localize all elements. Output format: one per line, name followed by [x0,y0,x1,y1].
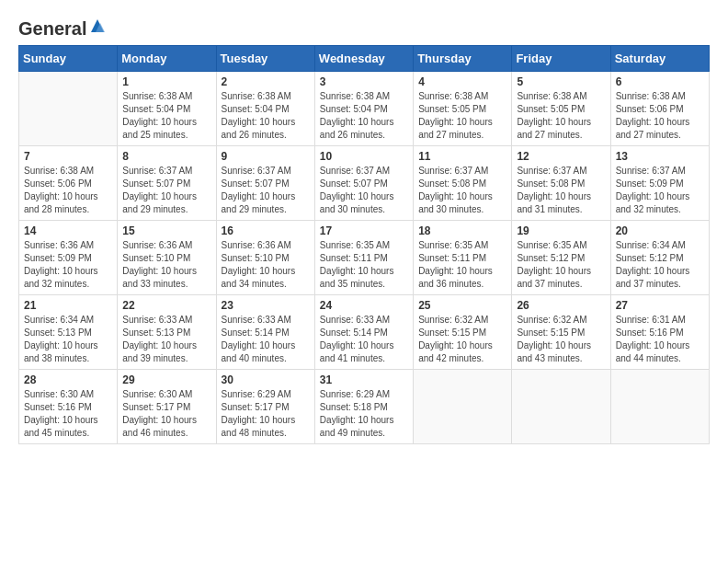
day-info: Sunrise: 6:37 AM Sunset: 5:07 PM Dayligh… [320,165,408,216]
calendar-cell: 11Sunrise: 6:37 AM Sunset: 5:08 PM Dayli… [414,146,512,221]
day-number: 12 [517,150,605,163]
day-info: Sunrise: 6:38 AM Sunset: 5:04 PM Dayligh… [222,90,310,142]
day-number: 30 [222,373,310,386]
day-number: 21 [24,299,112,312]
day-info: Sunrise: 6:35 AM Sunset: 5:12 PM Dayligh… [517,239,605,291]
page-header: General [18,18,710,36]
day-info: Sunrise: 6:38 AM Sunset: 5:05 PM Dayligh… [418,90,506,142]
calendar-cell [19,72,118,146]
day-info: Sunrise: 6:38 AM Sunset: 5:05 PM Dayligh… [517,90,605,142]
calendar-cell: 8Sunrise: 6:37 AM Sunset: 5:07 PM Daylig… [118,146,216,221]
calendar-cell [610,370,709,444]
day-header-wednesday: Wednesday [314,46,413,72]
calendar-week-5: 28Sunrise: 6:30 AM Sunset: 5:16 PM Dayli… [19,370,710,444]
day-number: 23 [222,299,310,312]
day-header-saturday: Saturday [610,46,709,72]
day-info: Sunrise: 6:37 AM Sunset: 5:07 PM Dayligh… [222,165,310,216]
day-info: Sunrise: 6:32 AM Sunset: 5:15 PM Dayligh… [418,314,506,365]
calendar-cell: 23Sunrise: 6:33 AM Sunset: 5:14 PM Dayli… [216,295,314,370]
day-number: 26 [517,299,605,312]
day-number: 27 [616,299,704,312]
day-number: 11 [418,150,506,163]
day-info: Sunrise: 6:36 AM Sunset: 5:10 PM Dayligh… [222,239,310,291]
day-info: Sunrise: 6:33 AM Sunset: 5:14 PM Dayligh… [222,314,310,365]
calendar-cell: 16Sunrise: 6:36 AM Sunset: 5:10 PM Dayli… [216,221,314,295]
day-info: Sunrise: 6:36 AM Sunset: 5:09 PM Dayligh… [24,239,112,291]
day-number: 18 [418,224,506,237]
day-info: Sunrise: 6:29 AM Sunset: 5:17 PM Dayligh… [222,388,310,440]
calendar-cell: 17Sunrise: 6:35 AM Sunset: 5:11 PM Dayli… [314,221,413,295]
day-number: 4 [418,75,506,88]
day-number: 28 [24,373,112,386]
calendar-cell: 25Sunrise: 6:32 AM Sunset: 5:15 PM Dayli… [414,295,512,370]
day-info: Sunrise: 6:33 AM Sunset: 5:14 PM Dayligh… [320,314,408,365]
calendar-cell: 7Sunrise: 6:38 AM Sunset: 5:06 PM Daylig… [19,146,118,221]
calendar-cell: 20Sunrise: 6:34 AM Sunset: 5:12 PM Dayli… [610,221,709,295]
calendar-week-3: 14Sunrise: 6:36 AM Sunset: 5:09 PM Dayli… [19,221,710,295]
day-number: 20 [616,224,704,237]
day-number: 9 [222,150,310,163]
day-number: 24 [320,299,408,312]
day-info: Sunrise: 6:33 AM Sunset: 5:13 PM Dayligh… [122,314,210,365]
day-number: 17 [320,224,408,237]
day-header-friday: Friday [512,46,610,72]
day-info: Sunrise: 6:30 AM Sunset: 5:17 PM Dayligh… [122,388,210,440]
calendar-cell: 4Sunrise: 6:38 AM Sunset: 5:05 PM Daylig… [414,72,512,146]
day-number: 6 [616,75,704,88]
logo-general: General [18,18,86,40]
day-number: 2 [222,75,310,88]
day-number: 8 [122,150,210,163]
calendar-cell: 12Sunrise: 6:37 AM Sunset: 5:08 PM Dayli… [512,146,610,221]
calendar-cell: 19Sunrise: 6:35 AM Sunset: 5:12 PM Dayli… [512,221,610,295]
calendar-cell: 27Sunrise: 6:31 AM Sunset: 5:16 PM Dayli… [610,295,709,370]
calendar-cell: 30Sunrise: 6:29 AM Sunset: 5:17 PM Dayli… [216,370,314,444]
day-info: Sunrise: 6:31 AM Sunset: 5:16 PM Dayligh… [616,314,704,365]
day-info: Sunrise: 6:38 AM Sunset: 5:04 PM Dayligh… [122,90,210,142]
calendar-week-4: 21Sunrise: 6:34 AM Sunset: 5:13 PM Dayli… [19,295,710,370]
day-info: Sunrise: 6:29 AM Sunset: 5:18 PM Dayligh… [320,388,408,440]
day-info: Sunrise: 6:38 AM Sunset: 5:06 PM Dayligh… [616,90,704,142]
day-info: Sunrise: 6:38 AM Sunset: 5:04 PM Dayligh… [320,90,408,142]
day-info: Sunrise: 6:35 AM Sunset: 5:11 PM Dayligh… [418,239,506,291]
calendar-cell: 2Sunrise: 6:38 AM Sunset: 5:04 PM Daylig… [216,72,314,146]
day-number: 15 [122,224,210,237]
day-number: 29 [122,373,210,386]
calendar-cell: 6Sunrise: 6:38 AM Sunset: 5:06 PM Daylig… [610,72,709,146]
day-number: 22 [122,299,210,312]
calendar-week-1: 1Sunrise: 6:38 AM Sunset: 5:04 PM Daylig… [19,72,710,146]
calendar-cell: 18Sunrise: 6:35 AM Sunset: 5:11 PM Dayli… [414,221,512,295]
logo: General [18,18,108,36]
day-header-tuesday: Tuesday [216,46,314,72]
calendar-cell: 31Sunrise: 6:29 AM Sunset: 5:18 PM Dayli… [314,370,413,444]
calendar-cell: 26Sunrise: 6:32 AM Sunset: 5:15 PM Dayli… [512,295,610,370]
calendar-table: SundayMondayTuesdayWednesdayThursdayFrid… [18,45,710,444]
day-number: 25 [418,299,506,312]
day-number: 10 [320,150,408,163]
day-number: 19 [517,224,605,237]
day-info: Sunrise: 6:32 AM Sunset: 5:15 PM Dayligh… [517,314,605,365]
calendar-cell: 3Sunrise: 6:38 AM Sunset: 5:04 PM Daylig… [314,72,413,146]
day-header-monday: Monday [118,46,216,72]
day-info: Sunrise: 6:37 AM Sunset: 5:09 PM Dayligh… [616,165,704,216]
calendar-header-row: SundayMondayTuesdayWednesdayThursdayFrid… [19,46,710,72]
calendar-cell: 9Sunrise: 6:37 AM Sunset: 5:07 PM Daylig… [216,146,314,221]
day-number: 16 [222,224,310,237]
day-number: 7 [24,150,112,163]
calendar-cell: 5Sunrise: 6:38 AM Sunset: 5:05 PM Daylig… [512,72,610,146]
day-header-thursday: Thursday [414,46,512,72]
calendar-cell: 14Sunrise: 6:36 AM Sunset: 5:09 PM Dayli… [19,221,118,295]
day-number: 13 [616,150,704,163]
day-info: Sunrise: 6:35 AM Sunset: 5:11 PM Dayligh… [320,239,408,291]
calendar-cell: 28Sunrise: 6:30 AM Sunset: 5:16 PM Dayli… [19,370,118,444]
calendar-cell: 15Sunrise: 6:36 AM Sunset: 5:10 PM Dayli… [118,221,216,295]
day-info: Sunrise: 6:37 AM Sunset: 5:08 PM Dayligh… [517,165,605,216]
day-info: Sunrise: 6:37 AM Sunset: 5:07 PM Dayligh… [122,165,210,216]
day-info: Sunrise: 6:30 AM Sunset: 5:16 PM Dayligh… [24,388,112,440]
calendar-cell: 29Sunrise: 6:30 AM Sunset: 5:17 PM Dayli… [118,370,216,444]
day-info: Sunrise: 6:37 AM Sunset: 5:08 PM Dayligh… [418,165,506,216]
calendar-cell: 22Sunrise: 6:33 AM Sunset: 5:13 PM Dayli… [118,295,216,370]
day-number: 14 [24,224,112,237]
calendar-cell [512,370,610,444]
day-info: Sunrise: 6:36 AM Sunset: 5:10 PM Dayligh… [122,239,210,291]
calendar-week-2: 7Sunrise: 6:38 AM Sunset: 5:06 PM Daylig… [19,146,710,221]
